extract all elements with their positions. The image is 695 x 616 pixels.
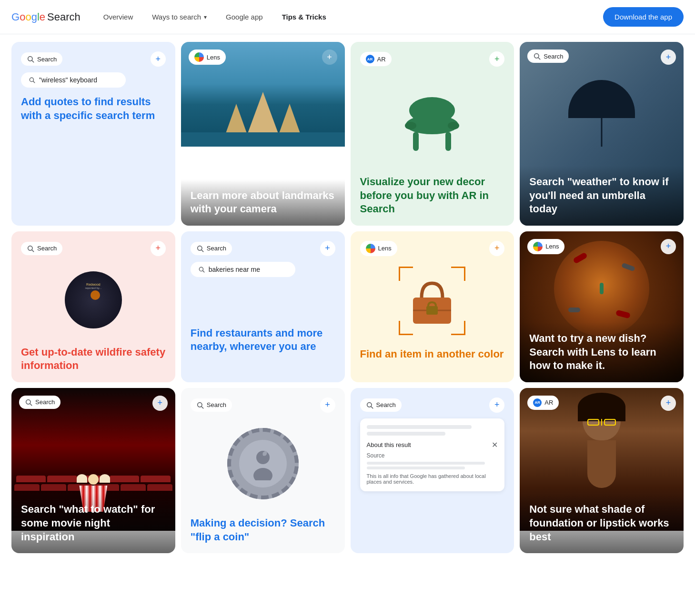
restaurants-spacer	[191, 281, 335, 319]
expand-button[interactable]: +	[322, 50, 337, 65]
lens-badge: Lens	[360, 241, 397, 256]
search-badge: Search	[527, 50, 569, 63]
chair-svg	[399, 96, 465, 158]
expand-button[interactable]: +	[320, 241, 335, 256]
about-result-card[interactable]: Search + About this result ✕ Source This…	[351, 388, 514, 553]
umbrella-shape	[568, 80, 635, 118]
bag-container	[360, 262, 505, 340]
svg-rect-9	[445, 132, 451, 151]
coin-title: Making a decision? Search "flip a coin"	[191, 517, 335, 544]
coin-badge-row: Search +	[191, 397, 335, 413]
search-icon	[533, 52, 541, 60]
nav-tips-tricks[interactable]: Tips & Tricks	[274, 9, 334, 25]
google-wordmark: Google	[11, 11, 45, 23]
paella-title: Want to try a new dish? Search with Lens…	[529, 332, 674, 373]
landmarks-card[interactable]: Lens + Learn more about landmarks with y…	[181, 42, 345, 226]
card-grid: Search + "wireless" keyboard Add quotes …	[0, 34, 695, 561]
chevron-down-icon: ▾	[204, 14, 207, 20]
search-badge: Search	[21, 52, 62, 66]
svg-line-24	[201, 407, 203, 408]
nav-google-app[interactable]: Google app	[218, 9, 271, 25]
svg-line-28	[371, 407, 373, 408]
quotes-badge-row: Search +	[21, 51, 166, 67]
search-icon	[27, 245, 34, 252]
svg-line-22	[30, 404, 32, 406]
svg-line-15	[201, 250, 203, 252]
wildfire-title: Get up-to-date wildfire safety informati…	[21, 346, 166, 373]
weather-card[interactable]: Search + Search "weather" to know if you…	[520, 42, 684, 226]
svg-point-7	[448, 122, 459, 129]
svg-line-17	[202, 270, 204, 272]
paella-overlay: Want to try a new dish? Search with Lens…	[520, 322, 684, 382]
wildfire-card[interactable]: Search + Redwood reported by... Get up-t…	[11, 231, 175, 382]
ar-decor-badge-row: AR AR +	[360, 51, 505, 67]
restaurants-title: Find restaurants and more nearby, wherev…	[191, 327, 335, 354]
expand-button[interactable]: +	[151, 51, 166, 67]
color-item-card[interactable]: Lens +	[351, 231, 514, 382]
lens-badge: Lens	[189, 50, 226, 65]
logo-search-label: Search	[47, 11, 81, 23]
search-icon	[366, 401, 373, 409]
svg-line-13	[32, 250, 34, 252]
about-result-badge-row: Search +	[360, 397, 505, 413]
search-icon	[196, 401, 204, 409]
about-result-widget: About this result ✕ Source This is all i…	[360, 418, 505, 491]
download-app-button[interactable]: Download the app	[603, 7, 684, 27]
weather-title: Search "weather" to know if you'll need …	[529, 175, 674, 216]
svg-line-11	[538, 58, 540, 60]
color-item-title: Find an item in another color	[360, 348, 505, 361]
landmarks-overlay: Learn more about landmarks with your cam…	[181, 179, 345, 226]
weather-overlay: Search "weather" to know if you'll need …	[520, 166, 684, 226]
navbar: Google Search Overview Ways to search ▾ …	[0, 0, 695, 34]
ar-decor-card[interactable]: AR AR + Vis	[351, 42, 514, 226]
ar-badge: AR AR	[360, 52, 392, 66]
paella-card[interactable]: Lens + Want to try a new dish? Search wi…	[520, 231, 684, 382]
wildfire-badge-row: Search +	[21, 241, 166, 256]
search-badge: Search	[191, 242, 232, 255]
search-icon-small	[29, 77, 35, 83]
svg-line-3	[33, 81, 35, 83]
search-icon	[196, 245, 204, 252]
movie-card[interactable]: Search + Search "what to watch" for some…	[11, 388, 175, 553]
coin-container	[191, 418, 335, 509]
ar-decor-title: Visualize your new decor before you buy …	[360, 175, 505, 216]
search-icon-small	[198, 266, 205, 273]
nav-overview[interactable]: Overview	[96, 9, 141, 25]
ar-icon: AR	[533, 398, 542, 407]
expand-button[interactable]: +	[661, 396, 676, 411]
lens-icon	[366, 244, 375, 253]
expand-button[interactable]: +	[489, 51, 504, 67]
lens-icon	[533, 242, 543, 251]
expand-button[interactable]: +	[661, 50, 676, 65]
search-badge: Search	[360, 398, 402, 412]
sydney-building	[224, 92, 302, 137]
foundation-card[interactable]: AR AR + Not sure what shade of foundatio…	[520, 388, 684, 553]
expand-button[interactable]: +	[320, 397, 335, 413]
svg-rect-8	[413, 132, 419, 151]
search-pill: bakeries near me	[191, 262, 295, 277]
ar-badge: AR AR	[527, 396, 559, 410]
nav-links: Overview Ways to search ▾ Google app Tip…	[96, 9, 603, 25]
search-badge: Search	[19, 396, 60, 409]
expand-button[interactable]: +	[489, 397, 504, 413]
search-badge: Search	[191, 398, 232, 412]
expand-button[interactable]: +	[661, 239, 676, 254]
color-item-badge-row: Lens +	[360, 241, 505, 256]
nav-ways-to-search[interactable]: Ways to search ▾	[144, 9, 214, 25]
search-badge: Search	[21, 242, 62, 255]
lens-icon	[194, 52, 204, 62]
svg-point-5	[409, 97, 455, 124]
search-icon	[27, 55, 34, 63]
svg-line-1	[32, 60, 34, 62]
coin-card[interactable]: Search +	[181, 388, 345, 553]
expand-button[interactable]: +	[151, 241, 166, 256]
restaurants-card[interactable]: Search + bakeries near me Find restauran…	[181, 231, 345, 382]
restaurants-badge-row: Search +	[191, 241, 335, 256]
quotes-card[interactable]: Search + "wireless" keyboard Add quotes …	[11, 42, 175, 226]
expand-button[interactable]: +	[489, 241, 504, 256]
foundation-overlay: Not sure what shade of foundation or lip…	[520, 493, 684, 553]
wildfire-map: Redwood reported by...	[21, 262, 166, 338]
landmarks-title: Learn more about landmarks with your cam…	[191, 189, 335, 216]
expand-button[interactable]: +	[152, 396, 168, 411]
svg-point-6	[405, 122, 416, 129]
